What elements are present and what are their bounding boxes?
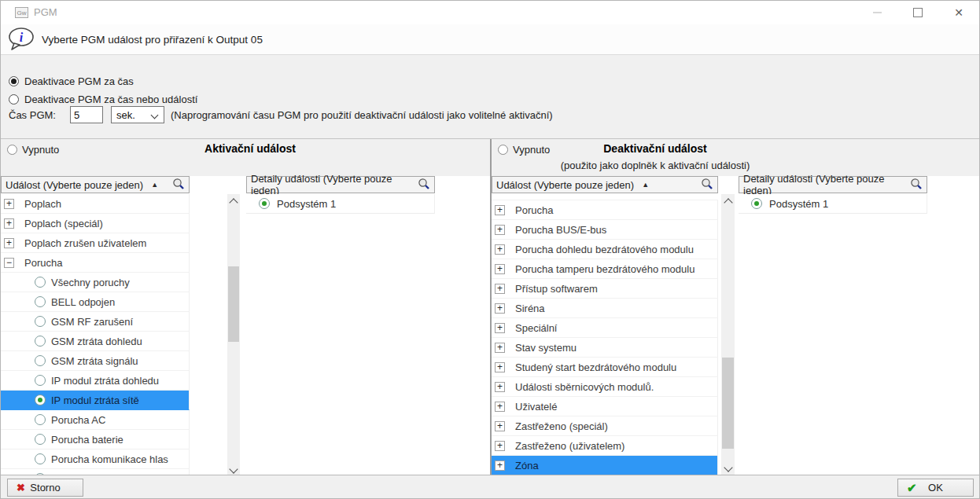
radio-button-icon[interactable] (35, 375, 46, 386)
tree-row[interactable]: +Speciální (492, 318, 718, 338)
expand-icon[interactable]: + (495, 382, 505, 392)
tree-row[interactable]: +Zastřeženo (speciál) (492, 416, 718, 436)
tree-row[interactable]: +Studený start bezdrátového modulu (492, 358, 718, 377)
activation-event-column-header[interactable]: Událost (Vyberte pouze jeden) ▲ (1, 176, 190, 193)
tree-row[interactable]: GSM ztráta dohledu (1, 332, 190, 351)
scrollbar-thumb[interactable] (228, 266, 239, 342)
deactivation-detail-column-header[interactable]: Detaily události (Vyberte pouze jeden) (739, 176, 927, 193)
expand-icon[interactable]: + (495, 362, 505, 372)
expand-icon[interactable]: + (495, 343, 505, 353)
tree-row[interactable]: IP modul ztráta dohledu (1, 371, 190, 391)
radio-button-icon[interactable] (35, 414, 46, 425)
tree-row[interactable]: IP modul ztráta sítě (1, 391, 190, 410)
tree-row[interactable]: Porucha AC (1, 410, 190, 430)
radio-button-icon[interactable] (259, 198, 270, 209)
minimize-button[interactable] (857, 1, 897, 24)
main-panels: Vypnuto Aktivační událost Vypnuto Deakti… (1, 138, 980, 476)
expand-icon[interactable]: + (495, 244, 505, 255)
radio-button-icon[interactable] (35, 316, 46, 327)
tree-row[interactable]: Všechny poruchy (1, 273, 190, 292)
close-button[interactable]: ✕ (938, 1, 979, 24)
expand-icon[interactable]: + (495, 402, 505, 412)
tree-row[interactable]: +Zóna (492, 456, 718, 475)
tree-row[interactable]: +Porucha (492, 200, 718, 220)
tree-row[interactable]: GSM ztráta signálu (1, 351, 190, 371)
radio-button-icon[interactable] (35, 394, 46, 405)
collapse-icon[interactable]: − (4, 258, 14, 268)
tree-row[interactable]: BELL odpojen (1, 292, 190, 312)
scroll-up-icon[interactable] (721, 194, 735, 207)
search-icon[interactable] (910, 178, 923, 193)
search-icon[interactable] (418, 178, 430, 193)
radio-deactivate-time-or-event[interactable] (9, 94, 19, 105)
activation-detail-column-header[interactable]: Detaily události (Vyberte pouze jeden) (246, 176, 435, 193)
expand-icon[interactable]: + (4, 238, 14, 248)
tree-item-label: Zóna (515, 460, 539, 471)
expand-icon[interactable]: + (495, 284, 505, 294)
tree-row[interactable]: −Porucha (1, 253, 190, 273)
maximize-button[interactable] (897, 1, 938, 24)
detail-row[interactable]: Podsystém 1 (246, 194, 435, 214)
radio-deactivate-time[interactable] (9, 76, 19, 86)
radio-button-icon[interactable] (35, 336, 46, 347)
radio-button-icon[interactable] (35, 453, 46, 464)
tree-row[interactable]: +Poplach (speciál) (1, 214, 190, 233)
expand-icon[interactable]: + (495, 323, 505, 333)
activation-tree-scrollbar[interactable] (227, 194, 240, 477)
radio-button-icon[interactable] (35, 277, 46, 288)
tree-row[interactable]: GSM RF zarušení (1, 312, 190, 332)
ok-button[interactable]: ✔ OK (897, 479, 974, 497)
search-icon[interactable] (172, 178, 185, 193)
expand-icon[interactable]: + (495, 421, 505, 431)
expand-icon[interactable]: + (495, 441, 505, 451)
radio-button-icon[interactable] (35, 434, 46, 445)
options-section: Deaktivace PGM za čas Deaktivace PGM za … (1, 55, 979, 138)
tree-row[interactable]: +Porucha tamperu bezdrátového modulu (492, 259, 718, 279)
cancel-button[interactable]: ✖ Storno (7, 479, 83, 497)
activation-off-label: Vypnuto (22, 144, 59, 156)
radio-button-icon[interactable] (751, 198, 762, 209)
tree-row[interactable]: +Uživatelé (492, 397, 718, 416)
expand-icon[interactable]: + (4, 199, 14, 209)
tree-row[interactable]: +Stav systemu (492, 338, 718, 358)
tree-row[interactable]: +Poplach (1, 194, 190, 214)
expand-icon[interactable]: + (495, 303, 505, 314)
pgm-time-unit-select[interactable]: sek. (111, 106, 164, 123)
scroll-down-icon[interactable] (721, 462, 735, 475)
window-title: PGM (34, 6, 57, 18)
activation-title: Aktivační událost (204, 142, 296, 155)
expand-icon[interactable]: + (495, 460, 505, 471)
tree-item-label: Siréna (515, 303, 545, 314)
deactivation-off-radio[interactable] (498, 145, 508, 155)
tree-item-label: Studený start bezdrátového modulu (515, 361, 676, 373)
deactivation-tree-scrollbar[interactable] (721, 194, 735, 475)
scrollbar-thumb[interactable] (722, 358, 734, 449)
expand-icon[interactable]: + (495, 264, 505, 274)
activation-event-tree: +Poplach+Poplach (speciál)+Poplach zruše… (1, 194, 190, 477)
tree-row[interactable]: +Siréna (492, 299, 718, 318)
tree-row[interactable]: Porucha baterie (1, 430, 190, 449)
deactivation-event-column-header[interactable]: Událost (Vyberte pouze jeden) ▲ (492, 176, 718, 193)
tree-row[interactable]: +Přístup softwarem (492, 279, 718, 299)
activation-off-radio[interactable] (7, 145, 17, 155)
expand-icon[interactable]: + (4, 218, 14, 229)
tree-row[interactable]: +Porucha dohledu bezdrátového modulu (492, 240, 718, 259)
detail-row[interactable]: Podsystém 1 (739, 194, 927, 214)
tree-row[interactable]: +Zastřeženo (uživatelem) (492, 436, 718, 456)
tree-row[interactable]: Porucha komunikace hlas (1, 449, 190, 469)
ok-check-icon: ✔ (907, 481, 917, 495)
clipped-row (492, 194, 718, 200)
pgm-time-input[interactable] (70, 106, 103, 123)
tree-row[interactable]: +Události sběrnicových modulů. (492, 377, 718, 397)
expand-icon[interactable]: + (495, 225, 505, 235)
search-icon[interactable] (701, 178, 713, 193)
scroll-up-icon[interactable] (227, 194, 240, 207)
radio-deactivate-time-label: Deaktivace PGM za čas (24, 75, 134, 87)
radio-button-icon[interactable] (35, 355, 46, 366)
tree-row[interactable]: +Porucha BUS/E-bus (492, 220, 718, 240)
expand-icon[interactable]: + (495, 205, 505, 215)
ok-button-label: OK (928, 482, 943, 493)
tree-row[interactable]: +Poplach zrušen uživatelem (1, 233, 190, 253)
tree-item-label: BELL odpojen (51, 296, 115, 308)
radio-button-icon[interactable] (35, 296, 46, 307)
